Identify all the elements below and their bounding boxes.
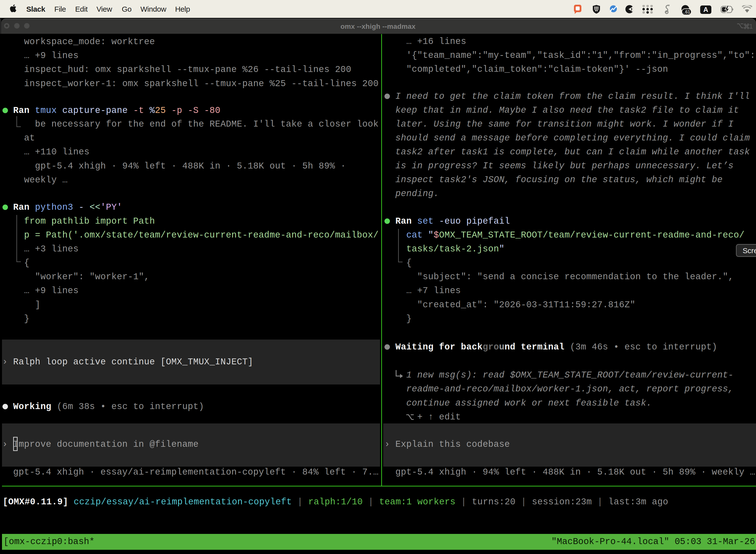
svg-text:1: 1 [749, 23, 753, 30]
svg-text:..61: ..61 [683, 9, 690, 14]
